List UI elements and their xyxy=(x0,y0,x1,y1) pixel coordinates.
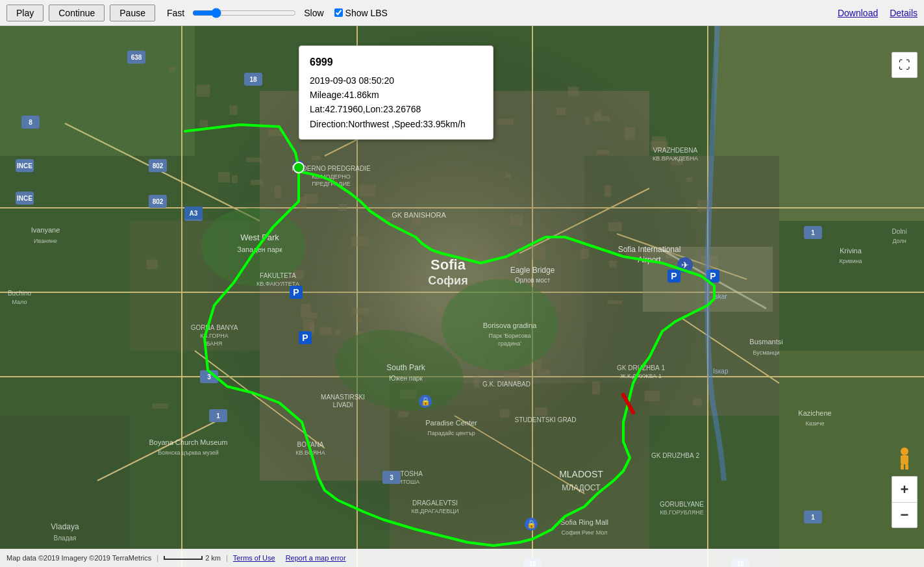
show-lbs-container: Show LBS xyxy=(334,8,388,18)
terms-link[interactable]: Terms of Use xyxy=(233,554,275,562)
fast-label: Fast xyxy=(167,8,184,18)
fullscreen-icon: ⛶ xyxy=(899,58,910,72)
footer-separator: | xyxy=(156,554,158,562)
zoom-controls: + − xyxy=(892,476,918,528)
continue-button[interactable]: Continue xyxy=(49,5,105,21)
svg-rect-5 xyxy=(905,464,908,470)
zoom-in-button[interactable]: + xyxy=(892,476,918,502)
pause-button[interactable]: Pause xyxy=(110,5,155,21)
info-popup: 6999 2019-09-03 08:50:20 Mileage:41.86km… xyxy=(299,45,493,140)
footer-separator2: | xyxy=(226,554,228,562)
map-controls: ⛶ xyxy=(892,52,918,78)
pegman-control[interactable] xyxy=(893,446,916,470)
zoom-out-button[interactable]: − xyxy=(892,502,918,528)
popup-mileage: Mileage:41.86km xyxy=(310,88,482,102)
scale-bar xyxy=(164,556,203,560)
map-container[interactable]: 6999 2019-09-03 08:50:20 Mileage:41.86km… xyxy=(0,26,924,567)
details-link[interactable]: Details xyxy=(890,8,918,18)
show-lbs-label: Show LBS xyxy=(345,8,388,18)
map-attribution: Map data ©2019 Imagery ©2019 TerraMetric… xyxy=(6,554,151,562)
popup-vehicle-id: 6999 xyxy=(310,54,482,71)
scale-line: 2 km xyxy=(164,554,221,562)
fullscreen-button[interactable]: ⛶ xyxy=(892,52,918,78)
map-footer: Map data ©2019 Imagery ©2019 TerraMetric… xyxy=(0,549,924,567)
scale-label: 2 km xyxy=(205,554,221,562)
report-link[interactable]: Report a map error xyxy=(286,554,346,562)
popup-latlon: Lat:42.71960,Lon:23.26768 xyxy=(310,102,482,116)
download-link[interactable]: Download xyxy=(838,8,878,18)
svg-rect-4 xyxy=(901,464,904,470)
svg-point-2 xyxy=(901,447,908,455)
toolbar: Play Continue Pause Fast Slow Show LBS D… xyxy=(0,0,924,26)
play-button[interactable]: Play xyxy=(6,5,44,21)
svg-rect-3 xyxy=(901,455,908,464)
slow-label: Slow xyxy=(304,8,323,18)
popup-datetime: 2019-09-03 08:50:20 xyxy=(310,73,482,88)
popup-direction-speed: Direction:Northwest ,Speed:33.95km/h xyxy=(310,117,482,131)
show-lbs-checkbox[interactable] xyxy=(334,8,343,17)
speed-slider[interactable] xyxy=(192,8,296,18)
